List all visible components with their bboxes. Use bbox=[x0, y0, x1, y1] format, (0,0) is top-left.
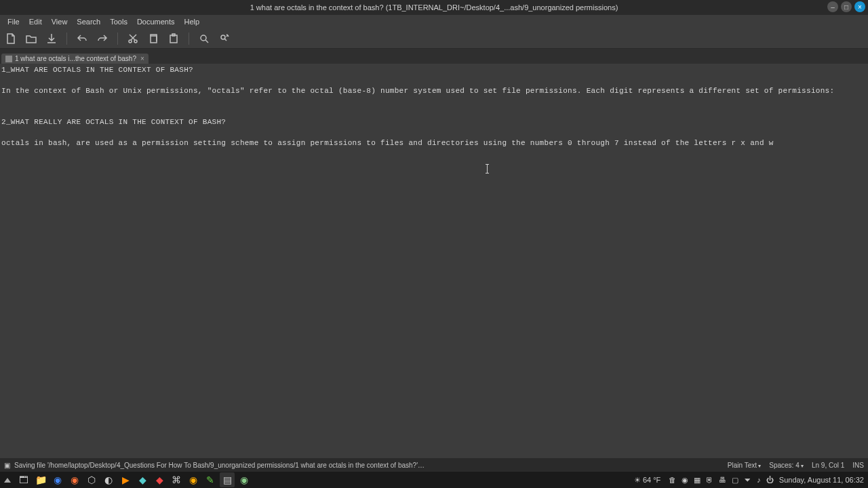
taskbar-app-media[interactable]: ▶ bbox=[118, 472, 133, 487]
find-replace-icon[interactable] bbox=[219, 33, 230, 44]
taskbar-app-generic3[interactable]: ◆ bbox=[152, 472, 167, 487]
menubar: File Edit View Search Tools Documents He… bbox=[0, 15, 868, 28]
editor-line: 2_WHAT REALLY ARE OCTALS IN THE CONTEXT … bbox=[1, 118, 226, 126]
tab-label: 1 what are octals i...the context of bas… bbox=[15, 55, 136, 62]
copy-icon[interactable] bbox=[148, 33, 159, 44]
text-cursor bbox=[487, 164, 488, 174]
menu-documents[interactable]: Documents bbox=[132, 18, 180, 26]
taskbar-app-generic1[interactable]: ⬡ bbox=[84, 472, 99, 487]
status-syntax-selector[interactable]: Plain Text bbox=[728, 462, 761, 469]
window-maximize-button[interactable]: □ bbox=[841, 1, 852, 12]
status-indent-selector[interactable]: Spaces: 4 bbox=[769, 462, 804, 469]
toolbar-separator bbox=[66, 33, 67, 45]
undo-icon[interactable] bbox=[77, 33, 87, 44]
taskbar-app-firefox[interactable]: ◉ bbox=[67, 472, 82, 487]
document-tab[interactable]: 1 what are octals i...the context of bas… bbox=[1, 54, 149, 64]
status-cursor-position: Ln 9, Col 1 bbox=[812, 462, 844, 469]
taskbar-app-mint[interactable]: ◉ bbox=[237, 472, 252, 487]
redo-icon[interactable] bbox=[97, 33, 108, 44]
editor-statusbar: ▣ Saving file '/home/laptop/Desktop/4_Qu… bbox=[0, 458, 868, 472]
save-file-icon[interactable] bbox=[46, 33, 57, 44]
toolbar-separator bbox=[117, 33, 118, 45]
tray-display-icon[interactable]: ▢ bbox=[732, 476, 738, 485]
editor-line: 1_WHAT ARE OCTALS IN THE CONTEXT OF BASH… bbox=[1, 66, 193, 74]
tab-close-icon[interactable]: × bbox=[140, 55, 144, 62]
svg-point-5 bbox=[201, 35, 206, 41]
document-icon bbox=[5, 56, 12, 62]
svg-point-0 bbox=[129, 40, 132, 43]
taskbar-app-steam[interactable]: ◐ bbox=[101, 472, 116, 487]
taskbar-app-generic2[interactable]: ◆ bbox=[135, 472, 150, 487]
menu-file[interactable]: File bbox=[3, 18, 24, 26]
desktop-panel: 🗔 📁 ◉ ◉ ⬡ ◐ ▶ ◆ ◆ ⌘ ◉ ✎ ▤ ◉ 64 °F 🗑 ◉ ▦ … bbox=[0, 472, 868, 488]
document-tabbar: 1 what are octals i...the context of bas… bbox=[0, 49, 868, 64]
menu-tools[interactable]: Tools bbox=[105, 18, 132, 26]
start-menu-button[interactable] bbox=[0, 472, 15, 487]
window-close-button[interactable]: × bbox=[854, 1, 865, 12]
taskbar-app-chrome[interactable]: ◉ bbox=[50, 472, 65, 487]
taskbar-app-generic4[interactable]: ◉ bbox=[186, 472, 201, 487]
taskbar-app-generic5[interactable]: ✎ bbox=[203, 472, 218, 487]
new-file-icon[interactable] bbox=[5, 33, 16, 44]
taskbar-apps: 🗔 📁 ◉ ◉ ⬡ ◐ ▶ ◆ ◆ ⌘ ◉ ✎ ▤ ◉ bbox=[16, 472, 252, 487]
system-tray: 64 °F 🗑 ◉ ▦ ⛨ 🖶 ▢ ⏷ ♪ ⏻ Sunday, August 1… bbox=[634, 476, 868, 485]
tray-recorder-icon[interactable]: ◉ bbox=[682, 476, 688, 485]
taskbar-app-terminal[interactable]: ⌘ bbox=[169, 472, 184, 487]
menu-view[interactable]: View bbox=[47, 18, 73, 26]
search-icon[interactable] bbox=[199, 33, 210, 44]
tray-workspace-icon[interactable]: ▦ bbox=[694, 476, 701, 485]
taskbar-app-files[interactable]: 🗔 bbox=[16, 472, 31, 487]
tray-weather[interactable]: 64 °F bbox=[634, 476, 660, 485]
tray-shield-icon[interactable]: ⛨ bbox=[706, 476, 713, 484]
window-controls: – □ × bbox=[827, 1, 865, 12]
cut-icon[interactable] bbox=[127, 33, 138, 44]
menu-search[interactable]: Search bbox=[72, 18, 105, 26]
window-title: 1 what are octals in the context of bash… bbox=[250, 3, 618, 12]
toolbar-separator bbox=[189, 33, 189, 45]
window-minimize-button[interactable]: – bbox=[827, 1, 838, 12]
svg-point-1 bbox=[134, 40, 137, 43]
taskbar-app-editor[interactable]: ▤ bbox=[220, 472, 235, 487]
svg-rect-2 bbox=[151, 36, 157, 43]
tray-trash-icon[interactable]: 🗑 bbox=[669, 476, 676, 484]
tray-volume-icon[interactable]: ♪ bbox=[757, 476, 761, 484]
menu-help[interactable]: Help bbox=[180, 18, 205, 26]
tray-printer-icon[interactable]: 🖶 bbox=[719, 476, 726, 484]
paste-icon[interactable] bbox=[168, 33, 179, 44]
tray-power-icon[interactable]: ⏻ bbox=[766, 476, 774, 484]
tray-network-icon[interactable]: ⏷ bbox=[744, 476, 751, 484]
open-file-icon[interactable] bbox=[26, 33, 37, 44]
toolbar bbox=[0, 28, 868, 49]
window-titlebar: 1 what are octals in the context of bash… bbox=[0, 0, 868, 15]
status-save-icon: ▣ bbox=[4, 462, 10, 469]
editor-line: In the context of Bash or Unix permissio… bbox=[1, 87, 834, 95]
editor-line: octals in bash, are used as a permission… bbox=[1, 139, 774, 147]
status-insert-mode[interactable]: INS bbox=[852, 462, 864, 469]
text-editor[interactable]: 1_WHAT ARE OCTALS IN THE CONTEXT OF BASH… bbox=[0, 64, 868, 468]
menu-edit[interactable]: Edit bbox=[24, 18, 47, 26]
tray-clock[interactable]: Sunday, August 11, 06:32 bbox=[779, 476, 864, 484]
taskbar-app-filemanager[interactable]: 📁 bbox=[33, 472, 48, 487]
status-save-message: Saving file '/home/laptop/Desktop/4_Ques… bbox=[14, 462, 425, 469]
